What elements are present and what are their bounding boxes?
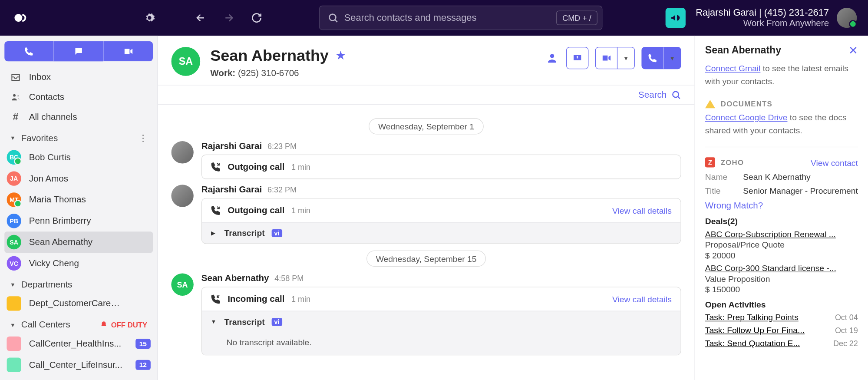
share-screen-button[interactable]: [566, 47, 588, 69]
message: Rajarshi Garai6:23 PMOutgoing call1 min: [171, 141, 681, 179]
favorite-name: Sean Abernathy: [29, 237, 92, 247]
callcenters-label: Call Centers: [21, 320, 70, 330]
favorite-name: Maria Thomas: [29, 195, 86, 205]
user-name-phone: Rajarshi Garai | (415) 231-2617: [696, 7, 829, 19]
message-time: 6:32 PM: [267, 185, 297, 195]
deal-amount: $ 150000: [705, 284, 858, 294]
nav-contacts[interactable]: Contacts: [4, 87, 153, 107]
contact-phone: Work: (925) 310-6706: [210, 68, 347, 78]
favorite-item[interactable]: BCBob Curtis: [4, 147, 153, 168]
add-contact-icon[interactable]: [542, 49, 560, 67]
avatar: PB: [7, 214, 21, 228]
departments-header[interactable]: ▼ Departments: [4, 274, 153, 293]
close-icon[interactable]: ✕: [848, 43, 858, 57]
global-search[interactable]: CMD + /: [319, 6, 603, 30]
outgoing-call-icon: [211, 205, 221, 215]
nav-back-icon[interactable]: [192, 9, 210, 27]
deals-header: Deals(2): [705, 216, 858, 226]
connect-gmail-link[interactable]: Connect Gmail: [705, 63, 760, 73]
call-type: Outgoing call: [228, 162, 284, 172]
quick-actions: [4, 41, 153, 61]
call-card: Outgoing call1 min: [201, 155, 681, 179]
zoho-icon: Z: [705, 157, 715, 167]
new-video-button[interactable]: [103, 41, 153, 61]
outgoing-call-icon: [211, 162, 221, 172]
favorite-item[interactable]: MTMaria Thomas: [4, 189, 153, 211]
message-time: 4:58 PM: [274, 274, 304, 283]
chevron-down-icon: ▼: [10, 135, 16, 141]
gdrive-prompt: Connect Google Drive to see the docs sha…: [705, 112, 858, 137]
cc-name: CallCenter_HealthIns...: [29, 339, 122, 349]
refresh-icon[interactable]: [248, 9, 265, 27]
message-time: 6:23 PM: [267, 142, 297, 151]
nav-label: Contacts: [29, 92, 64, 102]
date-separator: Wednesday, September 1: [369, 118, 484, 134]
video-call-button[interactable]: ▼: [595, 47, 635, 69]
callcenter-item[interactable]: Call_Center_LifeInsur...12: [4, 354, 153, 376]
favorite-item[interactable]: PBPenn Brimberry: [4, 210, 153, 231]
avatar: BC: [7, 150, 21, 165]
call-card: Outgoing call1 minView call details▶Tran…: [201, 198, 681, 244]
chevron-down-icon: ▼: [10, 322, 16, 328]
favorite-item[interactable]: SASean Abernathy: [4, 231, 153, 253]
task-link[interactable]: Task: Prep Talking Points: [705, 312, 831, 322]
call-button[interactable]: ▼: [642, 47, 681, 69]
field-label: Title: [705, 186, 732, 195]
cc-name: Call_Center_LifeInsur...: [29, 360, 122, 370]
nav-hash[interactable]: #All channels: [4, 107, 153, 127]
nav-forward-icon: [220, 9, 238, 27]
view-contact-link[interactable]: View contact: [811, 158, 858, 167]
avatar: MT: [7, 192, 21, 207]
user-avatar[interactable]: [837, 8, 857, 28]
app-logo[interactable]: [11, 8, 31, 28]
deal-link[interactable]: ABC Corp-300 Standard license -...: [705, 263, 858, 273]
favorite-name: Jon Amos: [29, 174, 68, 184]
gear-icon[interactable]: [141, 9, 158, 27]
announcement-button[interactable]: [666, 8, 686, 28]
svg-point-2: [13, 94, 16, 97]
favorite-star-icon[interactable]: ★: [335, 49, 347, 63]
connect-gdrive-link[interactable]: Connect Google Drive: [705, 113, 788, 122]
call-type: Outgoing call: [228, 205, 284, 215]
date-separator: Wednesday, September 15: [366, 251, 486, 267]
view-call-details[interactable]: View call details: [612, 205, 672, 215]
chevron-down-icon: ▼: [211, 319, 218, 325]
favorite-item[interactable]: VCVicky Cheng: [4, 253, 153, 274]
transcript-toggle[interactable]: ▶Transcriptvi: [202, 222, 680, 243]
video-call-dropdown[interactable]: ▼: [617, 47, 634, 69]
deal-link[interactable]: ABC Corp-Subscription Renewal ...: [705, 229, 858, 239]
task-link[interactable]: Task: Send Quotation E...: [705, 338, 829, 348]
call-dropdown[interactable]: ▼: [663, 47, 681, 69]
field-label: Name: [705, 172, 732, 182]
wrong-match-link[interactable]: Wrong Match?: [705, 201, 858, 211]
message: SASean Abernathy4:58 PMIncoming call1 mi…: [171, 274, 681, 356]
call-type: Incoming call: [228, 294, 284, 304]
view-call-details[interactable]: View call details: [612, 294, 672, 304]
transcript-toggle[interactable]: ▼Transcriptvi: [202, 311, 680, 332]
thread-search[interactable]: Search: [158, 86, 695, 105]
new-call-button[interactable]: [4, 41, 53, 61]
deal-amount: $ 20000: [705, 251, 858, 260]
contact-header: SA Sean Abernathy ★ Work: (925) 310-6706…: [158, 36, 695, 85]
contact-avatar: SA: [171, 47, 200, 76]
favorites-header[interactable]: ▼ Favorites ⋮: [4, 127, 153, 147]
new-message-button[interactable]: [53, 41, 103, 61]
call-duration: 1 min: [291, 294, 310, 304]
callcenters-header[interactable]: ▼ Call Centers OFF DUTY: [4, 314, 153, 333]
details-panel: Sean Abernathy ✕ Connect Gmail to see th…: [695, 36, 868, 380]
message-author: Rajarshi Garai: [201, 141, 262, 151]
avatar: [171, 141, 193, 163]
favorites-more-icon[interactable]: ⋮: [139, 133, 148, 143]
nav-inbox[interactable]: Inbox: [4, 67, 153, 87]
search-input[interactable]: [344, 12, 551, 23]
message-author: Sean Abernathy: [201, 274, 269, 284]
callcenter-item[interactable]: CallCenter_HealthIns...15: [4, 333, 153, 354]
cc-color: [7, 357, 21, 372]
documents-title: DOCUMENTS: [721, 100, 772, 108]
department-item[interactable]: Dept_CustomerCare_RGC...: [4, 293, 153, 314]
transcript-label: Transcript: [224, 228, 264, 238]
favorite-item[interactable]: JAJon Amos: [4, 168, 153, 189]
user-menu[interactable]: Rajarshi Garai | (415) 231-2617 Work Fro…: [696, 7, 857, 29]
avatar: [171, 185, 193, 207]
task-link[interactable]: Task: Follow Up For Fina...: [705, 325, 831, 335]
